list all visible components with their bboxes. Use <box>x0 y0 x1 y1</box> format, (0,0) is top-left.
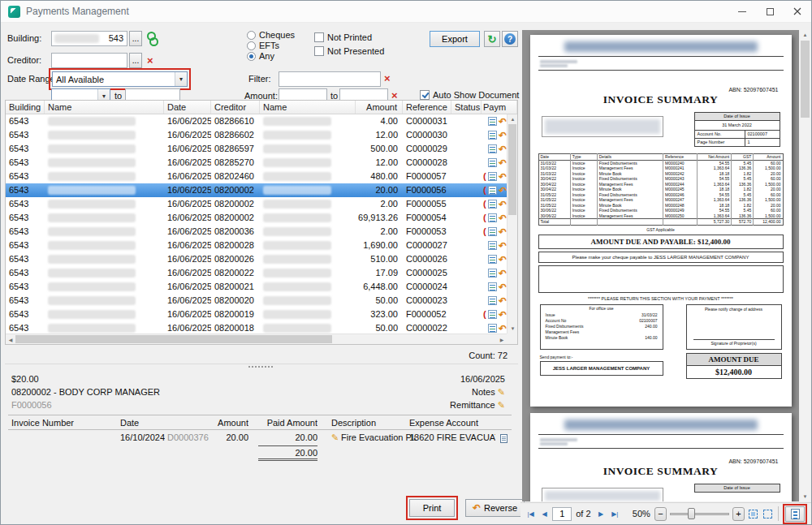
zoom-slider-thumb[interactable] <box>688 508 695 519</box>
scroll-down-icon[interactable]: ▼ <box>508 324 518 334</box>
zoom-slider-track[interactable] <box>670 513 729 515</box>
scrollbar-thumb[interactable] <box>15 335 332 343</box>
remittance-advice-icon[interactable] <box>488 117 497 126</box>
reverse-payment-icon[interactable]: ↶ <box>499 296 507 306</box>
filter-clear-icon[interactable]: × <box>384 73 391 84</box>
zoom-out-button[interactable]: − <box>654 507 667 521</box>
grid-horizontal-scrollbar[interactable]: ◀ ▶ <box>6 334 507 344</box>
column-header-creditor[interactable]: Creditor <box>211 101 260 114</box>
remittance-advice-icon[interactable] <box>488 227 497 236</box>
splitter-handle[interactable] <box>248 366 273 368</box>
close-button[interactable] <box>784 1 811 22</box>
radio-efts[interactable]: EFTs <box>247 41 279 50</box>
last-page-button[interactable]: ▶| <box>609 506 621 522</box>
page-number-input[interactable] <box>552 507 572 521</box>
date-range-select[interactable]: All Available ▾ <box>52 71 188 87</box>
refresh-button[interactable]: ↻ <box>484 31 500 47</box>
scroll-up-icon[interactable]: ▲ <box>508 114 518 124</box>
scrollbar-thumb[interactable] <box>801 41 810 118</box>
payment-row[interactable]: 6543 16/06/2025 08200022 17.09 C0000025 … <box>6 266 507 280</box>
building-browse-button[interactable]: ... <box>129 31 142 46</box>
payment-row[interactable]: 6543 16/06/2025 08200020 50.00 C0000023 … <box>6 294 507 308</box>
reverse-payment-icon[interactable]: ↶ <box>499 200 507 209</box>
reverse-payment-icon[interactable]: ↶ <box>499 241 507 251</box>
column-header-reference[interactable]: Reference <box>403 101 451 114</box>
toggle-preview-button[interactable] <box>785 506 805 522</box>
remittance-advice-icon[interactable] <box>488 241 497 250</box>
reverse-payment-icon[interactable]: ↶ <box>499 324 507 334</box>
radio-cheques[interactable]: Cheques <box>247 30 295 40</box>
payment-row[interactable]: 6543 16/06/2025 08200021 6,448.00 C00000… <box>6 280 507 294</box>
payment-row[interactable]: 6543 16/06/2025 08286597 500.00 C0000029… <box>6 142 507 156</box>
reverse-payment-icon[interactable]: ↶ <box>499 117 507 127</box>
remittance-advice-icon[interactable] <box>488 131 497 140</box>
checkbox-not-presented[interactable]: Not Presented <box>314 45 384 56</box>
column-header-name[interactable]: Name <box>45 101 164 114</box>
remittance-advice-icon[interactable] <box>488 296 497 305</box>
remittance-advice-icon[interactable] <box>488 144 497 153</box>
remittance-link[interactable]: Remittance ✎ <box>450 400 505 411</box>
help-button[interactable]: ? <box>502 31 518 47</box>
payment-row[interactable]: 6543 16/06/2025 08202460 480.00 F0000057… <box>6 170 507 183</box>
filter-input[interactable] <box>279 71 381 87</box>
column-header-name2[interactable]: Name <box>260 101 356 114</box>
export-button[interactable]: Export <box>430 31 480 47</box>
payment-row[interactable]: 6543 16/06/2025 08286610 4.00 C0000031 (… <box>6 114 507 128</box>
remittance-advice-icon[interactable] <box>488 186 497 195</box>
checkbox-auto-show-document[interactable]: Auto Show Document <box>420 89 519 100</box>
reverse-payment-icon[interactable]: ↶ <box>499 255 507 265</box>
creditor-browse-button[interactable]: ... <box>129 53 142 68</box>
payment-row[interactable]: 6543 16/06/2025 08200018 50.00 C0000022 … <box>6 321 507 334</box>
reverse-payment-icon[interactable]: ↶ <box>499 158 507 168</box>
column-header-amount[interactable]: Amount <box>356 101 403 114</box>
previous-page-button[interactable]: ◀ <box>538 506 551 522</box>
checkbox-not-printed[interactable]: Not Printed <box>314 32 372 42</box>
payment-row[interactable]: 6543 16/06/2025 08200002 20.00 F0000056 … <box>6 183 507 197</box>
building-link-icon[interactable] <box>146 32 158 45</box>
column-header-date[interactable]: Date <box>164 101 211 114</box>
remittance-advice-icon[interactable] <box>488 213 497 222</box>
building-input[interactable]: 543 <box>51 31 127 46</box>
payment-row[interactable]: 6543 16/06/2025 08200002 2.00 F0000055 (… <box>6 197 507 211</box>
column-header-status[interactable]: Status <box>451 101 482 114</box>
zoom-slider[interactable] <box>668 506 731 521</box>
payment-row[interactable]: 6543 16/06/2025 08286602 12.00 C0000030 … <box>6 128 507 142</box>
reverse-payment-icon[interactable]: ↶ <box>499 172 507 182</box>
scrollbar-thumb[interactable] <box>508 124 516 215</box>
creditor-input[interactable] <box>51 53 127 68</box>
payment-row[interactable]: 6543 16/06/2025 08285270 12.00 C0000028 … <box>6 156 507 170</box>
reverse-payment-icon[interactable]: ↶ <box>499 144 507 154</box>
preview-vertical-scrollbar[interactable]: ▲ ▼ <box>800 30 810 501</box>
remittance-advice-icon[interactable] <box>488 310 497 319</box>
fit-page-button[interactable] <box>746 506 759 521</box>
scroll-down-icon[interactable]: ▼ <box>800 492 810 501</box>
remittance-advice-icon[interactable] <box>488 172 497 181</box>
column-header-building[interactable]: Building <box>6 101 45 114</box>
reverse-payment-icon[interactable]: ↶ <box>499 186 507 196</box>
scroll-left-icon[interactable]: ◀ <box>6 334 15 345</box>
remittance-advice-icon[interactable] <box>488 255 497 264</box>
notes-link[interactable]: Notes ✎ <box>472 387 505 398</box>
creditor-clear-icon[interactable]: × <box>147 55 153 66</box>
grid-vertical-scrollbar[interactable]: ▲ ▼ <box>507 114 517 334</box>
reverse-payment-icon[interactable]: ↶ <box>499 227 507 237</box>
reverse-payment-icon[interactable]: ↶ <box>499 213 507 223</box>
document-preview-viewport[interactable]: ABN: 52097607451 INVOICE SUMMARY Date of… <box>522 30 799 501</box>
next-page-button[interactable]: ▶ <box>595 506 607 522</box>
remittance-advice-icon[interactable] <box>488 282 497 291</box>
expense-document-icon[interactable] <box>500 434 508 443</box>
pencil-icon[interactable]: ✎ <box>331 432 339 443</box>
invoice-allocation-row[interactable]: 16/10/2024 D0000376 20.00 20.00 ✎ Fire E… <box>5 432 518 445</box>
scroll-up-icon[interactable]: ▲ <box>800 30 810 40</box>
fit-width-button[interactable] <box>761 506 774 521</box>
radio-any[interactable]: Any <box>247 51 274 61</box>
remittance-advice-icon[interactable] <box>488 269 497 278</box>
remittance-advice-icon[interactable] <box>488 158 497 167</box>
reverse-payment-icon[interactable]: ↶ <box>499 131 507 140</box>
maximize-button[interactable] <box>756 1 784 22</box>
scroll-right-icon[interactable]: ▶ <box>497 334 507 345</box>
reverse-payment-icon[interactable]: ↶ <box>499 269 507 278</box>
zoom-in-button[interactable]: + <box>732 507 745 521</box>
column-header-payment[interactable]: Paym <box>482 101 517 114</box>
first-page-button[interactable]: |◀ <box>525 506 537 522</box>
